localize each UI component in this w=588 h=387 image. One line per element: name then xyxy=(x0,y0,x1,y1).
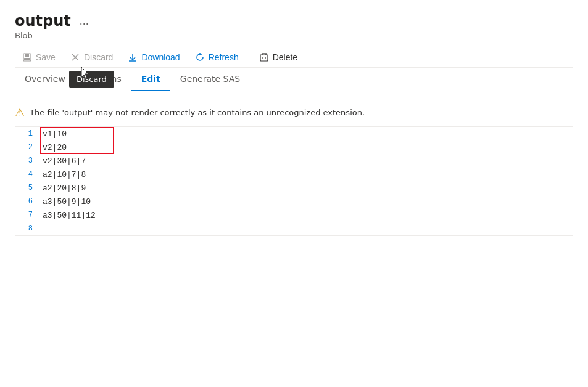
line-content-5[interactable]: a2|20|8|9 xyxy=(40,183,573,194)
svg-rect-2 xyxy=(24,58,30,60)
line-content-1[interactable]: v1|10 xyxy=(40,129,573,139)
line-number-8: 8 xyxy=(15,224,40,233)
delete-label: Delete xyxy=(273,52,297,62)
line-content-3[interactable]: v2|30|6|7 xyxy=(40,156,573,166)
line-number-2: 2 xyxy=(15,143,40,152)
editor-line-8[interactable]: 8 xyxy=(15,222,573,235)
line-content-6[interactable]: a3|50|9|10 xyxy=(40,197,573,207)
warning-text: The file 'output' may not render correct… xyxy=(30,108,365,117)
save-button[interactable]: Save xyxy=(15,47,63,67)
discard-tooltip: Discard xyxy=(69,71,114,88)
line-number-6: 6 xyxy=(15,197,40,206)
tab-edit[interactable]: Edit xyxy=(131,68,170,91)
refresh-button[interactable]: Refresh xyxy=(188,47,246,67)
line-number-1: 1 xyxy=(15,129,40,138)
editor-line-3[interactable]: 3 v2|30|6|7 xyxy=(15,154,573,168)
cursor-indicator xyxy=(81,67,91,81)
editor-lines-wrapper: 1 v1|10 2 v2|20 3 v2|30|6|7 4 a2|10|7|8 … xyxy=(15,127,573,235)
warning-icon: ⚠ xyxy=(15,106,25,119)
svg-marker-5 xyxy=(81,67,88,79)
ellipsis-button[interactable]: ... xyxy=(76,14,93,29)
delete-button[interactable]: Delete xyxy=(252,47,305,67)
editor-line-5[interactable]: 5 a2|20|8|9 xyxy=(15,181,573,195)
line-number-5: 5 xyxy=(15,184,40,192)
discard-wrapper: Discard Discard xyxy=(63,47,120,67)
refresh-icon xyxy=(195,52,205,62)
line-content-2[interactable]: v2|20 xyxy=(40,142,573,153)
line-number-3: 3 xyxy=(15,157,40,165)
toolbar: Save Discard Discard xyxy=(15,47,573,68)
download-label: Download xyxy=(141,52,180,62)
discard-button[interactable]: Discard xyxy=(63,47,120,67)
save-icon xyxy=(22,52,32,62)
toolbar-separator xyxy=(249,50,249,65)
editor-container[interactable]: 1 v1|10 2 v2|20 3 v2|30|6|7 4 a2|10|7|8 … xyxy=(15,126,573,236)
page-subtitle: Blob xyxy=(15,31,573,40)
page-title: output xyxy=(15,12,71,30)
discard-label: Discard xyxy=(84,52,113,62)
warning-banner: ⚠ The file 'output' may not render corre… xyxy=(15,101,573,126)
download-icon xyxy=(128,52,138,62)
tab-overview[interactable]: Overview xyxy=(15,68,75,91)
line-content-8[interactable] xyxy=(40,228,573,229)
editor-line-1[interactable]: 1 v1|10 xyxy=(15,127,573,141)
editor-line-2[interactable]: 2 v2|20 xyxy=(15,141,573,154)
editor-line-6[interactable]: 6 a3|50|9|10 xyxy=(15,195,573,208)
svg-rect-1 xyxy=(25,54,29,57)
delete-icon xyxy=(259,52,269,62)
save-label: Save xyxy=(36,52,56,62)
refresh-label: Refresh xyxy=(209,52,239,62)
discard-icon xyxy=(70,52,80,62)
editor-line-7[interactable]: 7 a3|50|11|12 xyxy=(15,208,573,222)
line-content-4[interactable]: a2|10|7|8 xyxy=(40,169,573,180)
editor-line-4[interactable]: 4 a2|10|7|8 xyxy=(15,168,573,181)
tab-generate-sas[interactable]: Generate SAS xyxy=(170,68,250,91)
line-number-7: 7 xyxy=(15,211,40,219)
line-number-4: 4 xyxy=(15,170,40,179)
save-wrapper: Save xyxy=(15,47,63,67)
line-content-7[interactable]: a3|50|11|12 xyxy=(40,210,573,221)
download-button[interactable]: Download xyxy=(120,47,187,67)
svg-rect-8 xyxy=(260,55,268,61)
